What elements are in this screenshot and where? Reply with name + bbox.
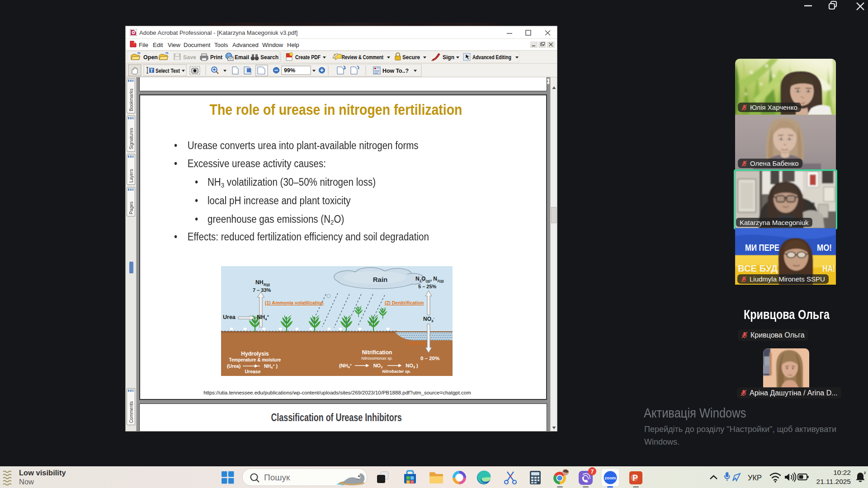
svg-text:7 – 33%: 7 – 33%	[253, 287, 271, 293]
svg-text:Search: Search	[260, 54, 278, 61]
svg-text:Email: Email	[235, 54, 249, 61]
svg-text:How To..?: How To..?	[382, 68, 409, 74]
svg-text:Пошук: Пошук	[264, 473, 290, 482]
svg-text:Print: Print	[210, 54, 222, 61]
svg-text:Sign: Sign	[443, 54, 454, 61]
svg-text:Advanced Editing: Advanced Editing	[472, 54, 511, 61]
svg-text:Rain: Rain	[373, 276, 388, 283]
svg-text:Urea: Urea	[223, 314, 236, 320]
svg-text:НА!: НА!	[822, 263, 835, 273]
svg-text:Leaching: Leaching	[406, 341, 426, 346]
svg-text:99%: 99%	[284, 67, 295, 74]
svg-text:(2) Denitrification: (2) Denitrification	[385, 300, 424, 305]
svg-text:МИ ПЕРЕ: МИ ПЕРЕ	[745, 242, 779, 253]
svg-text:Nitrobacter sp.: Nitrobacter sp.	[382, 369, 411, 374]
svg-text:P: P	[632, 474, 638, 483]
svg-text:7: 7	[591, 469, 594, 475]
svg-text:Now: Now	[19, 478, 34, 486]
svg-text:(1) Ammonia volatilization: (1) Ammonia volatilization	[265, 300, 324, 305]
svg-text:Low visibility: Low visibility	[19, 469, 66, 477]
svg-text:5 – 25%: 5 – 25%	[418, 284, 437, 289]
svg-text:Save: Save	[183, 54, 196, 61]
svg-text:z: z	[864, 470, 866, 475]
svg-text:Select Text: Select Text	[156, 68, 180, 74]
svg-text:Open: Open	[143, 54, 158, 61]
svg-text:Nitrification: Nitrification	[362, 349, 392, 356]
svg-text:УКР: УКР	[748, 474, 762, 482]
svg-text:0 – 20%: 0 – 20%	[420, 356, 439, 361]
svg-text:(Urea): (Urea)	[227, 363, 241, 369]
svg-text:Review & Comment: Review & Comment	[342, 54, 383, 61]
svg-text:Nitrosomonas sp.: Nitrosomonas sp.	[361, 356, 393, 361]
svg-text:Secure: Secure	[402, 54, 420, 61]
svg-text:Urease: Urease	[245, 369, 260, 374]
svg-text:Create PDF: Create PDF	[295, 54, 321, 61]
svg-text:NO3 ): NO3 )	[406, 363, 418, 369]
svg-text:NH4+ ): NH4+ )	[264, 363, 278, 370]
svg-text:Temperature & moisture: Temperature & moisture	[229, 357, 281, 362]
svg-text:ВСЕ БУД: ВСЕ БУД	[738, 263, 778, 273]
svg-text:T: T	[150, 68, 153, 73]
svg-text:zoom: zoom	[605, 475, 616, 480]
svg-text:МО!: МО!	[817, 242, 832, 253]
svg-text:NO3-: NO3-	[423, 316, 434, 323]
svg-text:Hydrolysis: Hydrolysis	[241, 351, 269, 357]
